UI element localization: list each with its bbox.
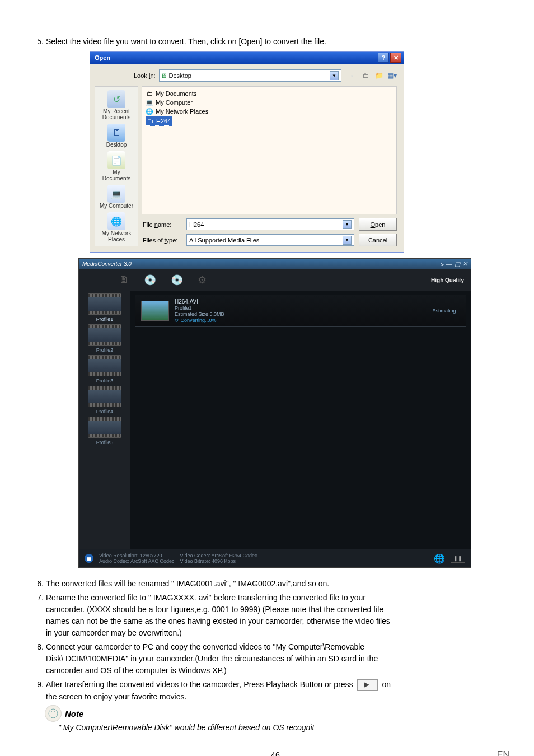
toolbar-back-icon[interactable]: ← [348,71,358,81]
step-num: 5. [34,36,44,48]
recent-icon: ↺ [107,90,125,108]
sidebar-mypc[interactable]: 💻 My Computer [98,184,135,210]
mc-profile-3[interactable]: Profile3 [85,355,124,384]
folder-sel-icon: 🗀 [146,117,154,125]
mc-profile-4[interactable]: Profile4 [85,386,124,414]
svg-point-1 [51,711,52,712]
mc-profile-2[interactable]: Profile2 [85,324,124,353]
file-item-mydocs[interactable]: 🗀 My Documents [146,89,393,98]
mc-toolbar-file-icon[interactable]: 🗎 [119,274,129,286]
note-text: " My Computer\Removable Disk" would be d… [58,723,506,732]
file-item-mynet[interactable]: 🌐 My Network Places [146,107,393,116]
note-label: Note [65,709,83,718]
step-text: Select the video file you want to conver… [46,36,506,48]
mc-status-videobitrate: Video Bitrate: 4096 Kbps [180,558,257,564]
file-item-selected[interactable]: 🗀 H264 [146,116,172,126]
footer-lang: EN [497,750,509,756]
mc-close-icon[interactable]: ✕ [462,260,467,268]
chevron-down-icon[interactable]: ▼ [330,71,339,80]
step-5: 5. Select the video file you want to con… [34,36,506,48]
titlebar-close-button[interactable]: ✕ [390,53,401,63]
sidebar-recent[interactable]: ↺ My Recent Documents [98,89,135,122]
mc-profile-sidebar: Profile1 Profile2 Profile3 Profile4 Prof… [79,291,130,549]
toolbar-views-icon[interactable]: ▦▾ [387,71,397,81]
places-sidebar: ↺ My Recent Documents 🖥 Desktop 📄 My Doc… [95,86,138,246]
sidebar-desktop[interactable]: 🖥 Desktop [98,123,135,149]
mc-item-estimate: Estimated Size 5.3MB [175,311,427,317]
filename-input[interactable]: H264 ▼ [186,218,354,230]
file-item-mypc[interactable]: 💻 My Computer [146,98,393,107]
mc-status-audiocodec: Audio Codec: ArcSoft AAC Codec [99,558,175,564]
look-in-label: Look in: [134,72,156,79]
titlebar-help-button[interactable]: ? [378,53,389,63]
media-converter-window: MediaConverter 3.0 ↘ — ▢ ✕ 🗎 💿 💿 ⚙ High … [78,258,471,568]
mc-pause-icon[interactable]: ❚❚ [451,554,465,563]
file-list[interactable]: 🗀 My Documents 💻 My Computer 🌐 My Networ… [142,86,397,214]
sidebar-mydocs[interactable]: 📄 My Documents [98,150,135,183]
mc-toolbar-gear-icon[interactable]: ⚙ [198,274,207,286]
mc-profile-1[interactable]: Profile1 [85,293,124,322]
mc-item-profile: Profile1 [175,305,427,311]
folder-icon: 🗀 [146,90,153,97]
step-8: 8. Connect your camcorder to PC and copy… [34,641,506,676]
note-heading: Note [45,705,506,722]
playback-icon [357,679,378,691]
sidebar-mynetwork[interactable]: 🌐 My Network Places [98,211,135,244]
mc-globe-icon[interactable]: 🌐 [434,553,445,564]
open-dialog: Open ? ✕ Look in: 🖥 Desktop ▼ [90,51,404,253]
mc-stop-button[interactable]: ◼ [85,554,93,563]
filename-label: File name: [142,221,182,228]
svg-point-0 [49,709,58,718]
toolbar-newfolder-icon[interactable]: 📁 [374,71,384,81]
desktop-side-icon: 🖥 [107,124,125,142]
chevron-down-icon[interactable]: ▼ [343,220,352,229]
mc-min-icon[interactable]: — [446,260,452,268]
page-number: 46 [54,750,497,756]
step-9: 9. After transferring the converted vide… [34,679,506,703]
mc-status-bar: ◼ Video Resolution: 1280x720 Audio Codec… [79,549,471,567]
dialog-titlebar: Open ? ✕ [90,52,404,64]
note-icon [45,705,62,722]
desktop-icon: 🖥 [161,72,167,79]
mc-toolbar-disc2-icon[interactable]: 💿 [171,274,183,286]
mc-status-videocodec: Video Codec: ArcSoft H264 Codec [180,553,257,558]
mc-status-videores: Video Resolution: 1280x720 [99,553,175,558]
step-7: 7. Rename the converted file to " IMAGXX… [34,592,506,639]
page-footer: 46 EN [34,750,513,756]
svg-point-2 [54,711,55,712]
mc-main-pane: H264.AVI Profile1 Estimated Size 5.3MB ⟳… [130,291,471,549]
chevron-down-icon[interactable]: ▼ [343,236,352,245]
filetype-label: Files of type: [142,237,182,244]
mc-titlebar: MediaConverter 3.0 ↘ — ▢ ✕ [79,259,471,269]
dialog-title: Open [95,54,110,61]
step-6: 6. The converted files will be renamed "… [34,578,506,590]
pc-icon: 💻 [146,99,153,106]
look-in-select[interactable]: 🖥 Desktop ▼ [159,69,341,82]
mydocs-icon: 📄 [107,151,125,169]
mc-title: MediaConverter 3.0 [82,261,132,267]
mc-item-converting: ⟳ Converting...0% [175,318,427,323]
filetype-select[interactable]: All Supported Media Files ▼ [186,234,354,246]
mc-item-name: H264.AVI [175,298,427,305]
mc-profile-5[interactable]: Profile5 [85,417,124,445]
look-in-value: Desktop [169,72,191,79]
cancel-button[interactable]: Cancel [359,234,397,246]
mynet-icon: 🌐 [107,212,125,230]
mc-toolbar-disc-icon[interactable]: 💿 [144,274,156,286]
toolbar-up-icon[interactable]: 🗀 [361,71,371,81]
mc-queue-item[interactable]: H264.AVI Profile1 Estimated Size 5.3MB ⟳… [135,295,466,327]
open-button[interactable]: Open [359,218,397,231]
mc-collapse-icon[interactable]: ↘ [439,260,444,268]
mc-max-icon[interactable]: ▢ [455,260,460,268]
mc-item-thumbnail [141,301,169,321]
mypc-icon: 💻 [107,185,125,203]
network-icon: 🌐 [146,108,153,115]
mc-item-estimating: Estimating... [432,308,460,314]
mc-high-quality-label: High Quality [431,277,464,283]
